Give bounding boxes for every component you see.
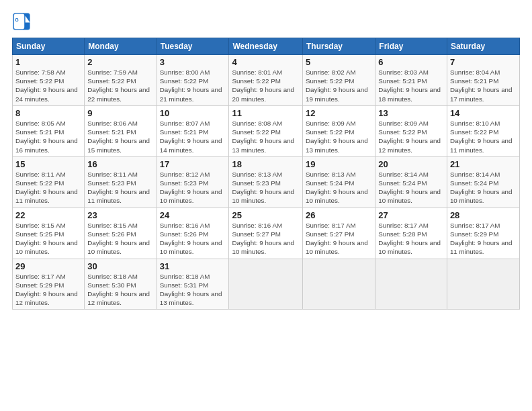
svg-text:G: G (15, 17, 19, 22)
day-number: 11 (232, 108, 300, 118)
calendar-cell: 7 Sunrise: 8:04 AMSunset: 5:21 PMDayligh… (447, 55, 519, 106)
day-number: 10 (160, 108, 226, 118)
calendar-cell: 3 Sunrise: 8:00 AMSunset: 5:22 PMDayligh… (157, 55, 229, 106)
calendar-cell (229, 259, 303, 310)
day-header-tuesday: Tuesday (157, 38, 229, 55)
day-detail: Sunrise: 8:16 AMSunset: 5:26 PMDaylight:… (160, 222, 222, 256)
day-detail: Sunrise: 8:14 AMSunset: 5:24 PMDaylight:… (450, 171, 513, 205)
day-detail: Sunrise: 8:11 AMSunset: 5:22 PMDaylight:… (15, 171, 78, 205)
day-number: 9 (87, 108, 153, 118)
calendar-cell: 8 Sunrise: 8:05 AMSunset: 5:21 PMDayligh… (13, 105, 85, 156)
day-detail: Sunrise: 8:12 AMSunset: 5:23 PMDaylight:… (160, 171, 222, 205)
calendar-cell: 25 Sunrise: 8:16 AMSunset: 5:27 PMDaylig… (229, 208, 303, 259)
calendar-table: SundayMondayTuesdayWednesdayThursdayFrid… (12, 38, 520, 310)
day-detail: Sunrise: 8:09 AMSunset: 5:22 PMDaylight:… (306, 120, 368, 154)
day-number: 28 (450, 210, 517, 220)
day-detail: Sunrise: 8:01 AMSunset: 5:22 PMDaylight:… (232, 68, 294, 103)
day-detail: Sunrise: 8:17 AMSunset: 5:29 PMDaylight:… (15, 273, 78, 307)
header: G (12, 12, 520, 31)
day-detail: Sunrise: 8:11 AMSunset: 5:23 PMDaylight:… (87, 171, 150, 205)
calendar-header: SundayMondayTuesdayWednesdayThursdayFrid… (13, 38, 520, 55)
day-detail: Sunrise: 8:00 AMSunset: 5:22 PMDaylight:… (160, 68, 222, 103)
day-detail: Sunrise: 8:17 AMSunset: 5:28 PMDaylight:… (378, 222, 441, 256)
calendar-cell: 5 Sunrise: 8:02 AMSunset: 5:22 PMDayligh… (303, 55, 375, 106)
calendar-week-3: 22 Sunrise: 8:15 AMSunset: 5:25 PMDaylig… (13, 208, 520, 259)
day-number: 19 (306, 159, 372, 169)
calendar-cell: 29 Sunrise: 8:17 AMSunset: 5:29 PMDaylig… (13, 259, 85, 310)
day-detail: Sunrise: 8:03 AMSunset: 5:21 PMDaylight:… (378, 68, 441, 103)
calendar-cell (375, 259, 447, 310)
calendar-week-0: 1 Sunrise: 7:58 AMSunset: 5:22 PMDayligh… (13, 55, 520, 106)
page: G SundayMondayTuesdayWednesdayThursdayFr… (0, 0, 532, 411)
day-number: 30 (87, 261, 153, 271)
day-detail: Sunrise: 8:13 AMSunset: 5:24 PMDaylight:… (306, 171, 368, 205)
day-detail: Sunrise: 8:18 AMSunset: 5:31 PMDaylight:… (160, 273, 222, 307)
day-number: 25 (232, 210, 300, 220)
calendar-cell: 13 Sunrise: 8:09 AMSunset: 5:22 PMDaylig… (375, 105, 447, 156)
day-number: 29 (15, 261, 81, 271)
calendar-cell: 27 Sunrise: 8:17 AMSunset: 5:28 PMDaylig… (375, 208, 447, 259)
day-number: 5 (306, 57, 372, 67)
day-number: 1 (15, 57, 81, 67)
day-number: 24 (160, 210, 226, 220)
day-detail: Sunrise: 8:15 AMSunset: 5:26 PMDaylight:… (87, 222, 150, 256)
calendar-cell (447, 259, 519, 310)
day-number: 4 (232, 57, 300, 67)
calendar-cell: 22 Sunrise: 8:15 AMSunset: 5:25 PMDaylig… (13, 208, 85, 259)
calendar-header-row: SundayMondayTuesdayWednesdayThursdayFrid… (13, 38, 520, 55)
day-number: 21 (450, 159, 517, 169)
day-number: 31 (160, 261, 226, 271)
day-detail: Sunrise: 8:18 AMSunset: 5:30 PMDaylight:… (87, 273, 150, 307)
calendar-cell: 6 Sunrise: 8:03 AMSunset: 5:21 PMDayligh… (375, 55, 447, 106)
calendar-cell: 11 Sunrise: 8:08 AMSunset: 5:22 PMDaylig… (229, 105, 303, 156)
day-number: 26 (306, 210, 372, 220)
day-detail: Sunrise: 8:07 AMSunset: 5:21 PMDaylight:… (160, 120, 222, 154)
calendar-cell: 9 Sunrise: 8:06 AMSunset: 5:21 PMDayligh… (85, 105, 157, 156)
calendar-week-1: 8 Sunrise: 8:05 AMSunset: 5:21 PMDayligh… (13, 105, 520, 156)
day-number: 3 (160, 57, 226, 67)
logo-icon: G (12, 12, 31, 31)
calendar-cell: 1 Sunrise: 7:58 AMSunset: 5:22 PMDayligh… (13, 55, 85, 106)
calendar-cell: 30 Sunrise: 8:18 AMSunset: 5:30 PMDaylig… (85, 259, 157, 310)
day-number: 22 (15, 210, 81, 220)
day-number: 7 (450, 57, 517, 67)
day-number: 2 (87, 57, 153, 67)
calendar-cell: 16 Sunrise: 8:11 AMSunset: 5:23 PMDaylig… (85, 156, 157, 208)
day-detail: Sunrise: 8:14 AMSunset: 5:24 PMDaylight:… (378, 171, 441, 205)
calendar-cell: 26 Sunrise: 8:17 AMSunset: 5:27 PMDaylig… (303, 208, 375, 259)
day-detail: Sunrise: 8:13 AMSunset: 5:23 PMDaylight:… (232, 171, 294, 205)
calendar-week-2: 15 Sunrise: 8:11 AMSunset: 5:22 PMDaylig… (13, 156, 520, 208)
calendar-cell: 23 Sunrise: 8:15 AMSunset: 5:26 PMDaylig… (85, 208, 157, 259)
day-number: 17 (160, 159, 226, 169)
calendar-cell: 31 Sunrise: 8:18 AMSunset: 5:31 PMDaylig… (157, 259, 229, 310)
day-detail: Sunrise: 8:15 AMSunset: 5:25 PMDaylight:… (15, 222, 78, 256)
day-detail: Sunrise: 7:58 AMSunset: 5:22 PMDaylight:… (15, 68, 78, 103)
calendar-cell: 20 Sunrise: 8:14 AMSunset: 5:24 PMDaylig… (375, 156, 447, 208)
day-header-wednesday: Wednesday (229, 38, 303, 55)
calendar-cell: 4 Sunrise: 8:01 AMSunset: 5:22 PMDayligh… (229, 55, 303, 106)
day-number: 27 (378, 210, 444, 220)
day-number: 23 (87, 210, 153, 220)
calendar-cell: 24 Sunrise: 8:16 AMSunset: 5:26 PMDaylig… (157, 208, 229, 259)
day-number: 16 (87, 159, 153, 169)
day-number: 13 (378, 108, 444, 118)
day-number: 18 (232, 159, 300, 169)
logo: G (12, 12, 33, 31)
calendar-body: 1 Sunrise: 7:58 AMSunset: 5:22 PMDayligh… (13, 55, 520, 310)
day-number: 15 (15, 159, 81, 169)
day-header-saturday: Saturday (447, 38, 519, 55)
calendar-cell: 17 Sunrise: 8:12 AMSunset: 5:23 PMDaylig… (157, 156, 229, 208)
calendar-cell: 15 Sunrise: 8:11 AMSunset: 5:22 PMDaylig… (13, 156, 85, 208)
day-header-sunday: Sunday (13, 38, 85, 55)
day-detail: Sunrise: 8:06 AMSunset: 5:21 PMDaylight:… (87, 120, 150, 154)
day-detail: Sunrise: 8:17 AMSunset: 5:27 PMDaylight:… (306, 222, 368, 256)
calendar-cell: 28 Sunrise: 8:17 AMSunset: 5:29 PMDaylig… (447, 208, 519, 259)
day-header-thursday: Thursday (303, 38, 375, 55)
day-detail: Sunrise: 8:16 AMSunset: 5:27 PMDaylight:… (232, 222, 294, 256)
calendar-cell (303, 259, 375, 310)
calendar-cell: 21 Sunrise: 8:14 AMSunset: 5:24 PMDaylig… (447, 156, 519, 208)
day-number: 8 (15, 108, 81, 118)
calendar-week-4: 29 Sunrise: 8:17 AMSunset: 5:29 PMDaylig… (13, 259, 520, 310)
calendar-cell: 12 Sunrise: 8:09 AMSunset: 5:22 PMDaylig… (303, 105, 375, 156)
day-detail: Sunrise: 8:10 AMSunset: 5:22 PMDaylight:… (450, 120, 513, 154)
